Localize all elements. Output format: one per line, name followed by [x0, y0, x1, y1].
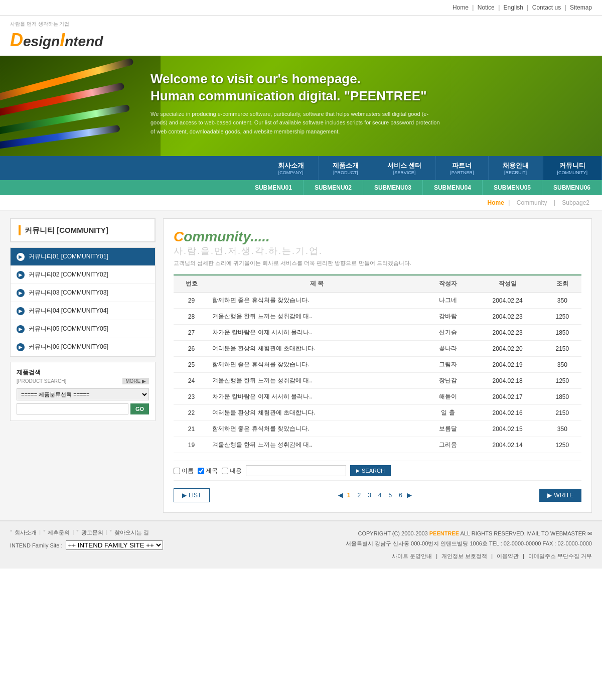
footer-site-info[interactable]: 사이트 운영안내	[392, 551, 432, 562]
subnav-2[interactable]: SUBMENU02	[304, 180, 363, 195]
page-6[interactable]: 6	[396, 491, 405, 500]
page-4[interactable]: 4	[376, 491, 384, 500]
banner-pencils-image	[0, 56, 161, 156]
footer: * 회사소개 | * 제휴문의 | * 광고문의 | * 찾아오시는 길 INT…	[0, 520, 602, 569]
search-name-checkbox[interactable]	[174, 468, 180, 474]
nav-service[interactable]: 서비스 센터 [SERVICE]	[373, 156, 436, 180]
cell-number: 25	[174, 357, 209, 373]
table-row[interactable]: 26 여러분을 환상의 체험관에 초대합니다. 꽃나라 2004.02.20 2…	[174, 341, 581, 357]
cell-title[interactable]: 겨울산행을 한뒤 느끼는 성취감에 대..	[209, 373, 424, 389]
sidebar-item-community02[interactable]: ▶ 커뮤니티02 [COMMUNITY02]	[11, 266, 155, 284]
sidebar-label-3: 커뮤니티03 [COMMUNITY03]	[29, 289, 108, 297]
nav-company[interactable]: 회사소개 [COMPANY]	[264, 156, 319, 180]
table-row[interactable]: 23 차가운 칼바람은 이제 서서히 물러나.. 해돋이 2004.02.17 …	[174, 389, 581, 405]
cell-title[interactable]: 차가운 칼바람은 이제 서서히 물러나..	[209, 325, 424, 341]
cell-views: 2150	[543, 405, 581, 421]
subnav-6[interactable]: SUBMENU06	[542, 180, 602, 195]
topnav-notice[interactable]: Notice	[478, 4, 495, 11]
footer-family-select[interactable]: ++ INTEND FAMILY SITE ++	[66, 540, 163, 550]
footer-privacy[interactable]: 개인정보 보호정책	[441, 551, 487, 562]
community-tagline: 사.람.을.먼.저.생.각.하.는.기.업.	[174, 245, 581, 257]
sidebar-item-community04[interactable]: ▶ 커뮤니티04 [COMMUNITY04]	[11, 302, 155, 320]
sidebar-arrow-4: ▶	[17, 307, 25, 315]
search-text-input[interactable]	[246, 465, 346, 476]
list-button[interactable]: ▶ LIST	[174, 488, 210, 502]
community-title-row: Community.....	[174, 229, 581, 245]
product-search-input[interactable]	[17, 403, 128, 414]
nav-product[interactable]: 제품소개 [PRODUCT]	[319, 156, 373, 180]
sidebar-label-5: 커뮤니티05 [COMMUNITY05]	[29, 325, 108, 333]
subnav-3[interactable]: SUBMENU03	[363, 180, 423, 195]
table-row[interactable]: 27 차가운 칼바람은 이제 서서히 물러나.. 산기슭 2004.02.23 …	[174, 325, 581, 341]
table-row[interactable]: 21 함께하면 좋은 휴식처를 찾았습니다. 보름달 2004.02.15 35…	[174, 421, 581, 437]
nav-community[interactable]: 커뮤니티 [COMMUNITY]	[543, 156, 603, 180]
table-row[interactable]: 29 함께하면 좋은 휴식처를 찾았습니다. 나그네 2004.02.24 35…	[174, 293, 581, 309]
cell-title[interactable]: 여러분을 환상의 체험관에 초대합니다.	[209, 341, 424, 357]
cell-title[interactable]: 함께하면 좋은 휴식처를 찾았습니다.	[209, 357, 424, 373]
nav-partner[interactable]: 파트너 [PARTNER]	[436, 156, 488, 180]
cell-title[interactable]: 겨울산행을 한뒤 느끼는 성취감에 대..	[209, 437, 424, 453]
footer-link-ad[interactable]: 광고문의	[81, 529, 103, 536]
sidebar-item-community03[interactable]: ▶ 커뮤니티03 [COMMUNITY03]	[11, 284, 155, 302]
subnav-1[interactable]: SUBMENU01	[244, 180, 304, 195]
product-category-select[interactable]: ===== 제품분류선택 =====	[17, 388, 149, 400]
footer-email-refuse[interactable]: 이메일주소 무단수집 거부	[528, 551, 592, 562]
logo-name: esign	[23, 34, 60, 49]
subnav-4[interactable]: SUBMENU04	[423, 180, 483, 195]
footer-link-directions[interactable]: 찾아오시는 길	[114, 529, 149, 536]
table-row[interactable]: 19 겨울산행을 한뒤 느끼는 성취감에 대.. 그리움 2004.02.14 …	[174, 437, 581, 453]
sidebar-item-community06[interactable]: ▶ 커뮤니티06 [COMMUNITY06]	[11, 338, 155, 356]
page-1[interactable]: 1	[345, 491, 353, 500]
footer-link-partner[interactable]: 제휴문의	[48, 529, 70, 536]
topnav-sitemap[interactable]: Sitemap	[570, 4, 592, 11]
col-title: 제 목	[209, 275, 424, 293]
cell-title[interactable]: 여러분을 환상의 체험관에 초대합니다.	[209, 405, 424, 421]
search-title-checkbox[interactable]	[198, 468, 204, 474]
footer-copyright: COPYRIGHT (C) 2000-2003 PEENTREE ALL RIG…	[346, 529, 592, 539]
next-page-button[interactable]: ▶	[407, 492, 411, 499]
table-row[interactable]: 24 겨울산행을 한뒤 느끼는 성취감에 대.. 장난감 2004.02.18 …	[174, 373, 581, 389]
topnav-contact[interactable]: Contact us	[532, 4, 561, 11]
search-content-label[interactable]: 내용	[222, 467, 242, 475]
prev-page-button[interactable]: ◀	[338, 492, 343, 499]
cell-views: 1250	[543, 437, 581, 453]
subnav-5[interactable]: SUBMENU05	[483, 180, 542, 195]
main-navigation: 회사소개 [COMPANY] 제품소개 [PRODUCT] 서비스 센터 [SE…	[0, 156, 602, 180]
page-5[interactable]: 5	[386, 491, 395, 500]
page-3[interactable]: 3	[365, 491, 374, 500]
topnav-home[interactable]: Home	[453, 4, 469, 11]
product-search-go-button[interactable]: GO	[130, 403, 149, 414]
cell-title[interactable]: 차가운 칼바람은 이제 서서히 물러나..	[209, 389, 424, 405]
cell-title[interactable]: 함께하면 좋은 휴식처를 찾았습니다.	[209, 421, 424, 437]
footer-sep3: *	[76, 529, 78, 536]
search-name-label[interactable]: 이름	[174, 467, 194, 475]
cell-date: 2004.02.19	[472, 357, 543, 373]
community-page-title: Community.....	[174, 229, 270, 244]
logo[interactable]: 사람을 먼저 생각하는 기업 DesignIntend	[10, 21, 103, 51]
write-button[interactable]: ▶ WRITE	[539, 489, 581, 502]
table-row[interactable]: 25 함께하면 좋은 휴식처를 찾았습니다. 그림자 2004.02.19 35…	[174, 357, 581, 373]
breadcrumb-home[interactable]: Home	[488, 199, 504, 206]
search-title-label[interactable]: 제목	[198, 467, 218, 475]
footer-terms[interactable]: 이용약관	[497, 551, 519, 562]
table-row[interactable]: 28 겨울산행을 한뒤 느끼는 성취감에 대.. 강바람 2004.02.23 …	[174, 309, 581, 325]
footer-family-label: INTEND Family Site :	[10, 542, 63, 548]
sidebar-item-community05[interactable]: ▶ 커뮤니티05 [COMMUNITY05]	[11, 320, 155, 338]
cell-title[interactable]: 함께하면 좋은 휴식처를 찾았습니다.	[209, 293, 424, 309]
footer-link-company[interactable]: 회사소개	[15, 529, 37, 536]
page-2[interactable]: 2	[355, 491, 363, 500]
sidebar-item-community01[interactable]: ▶ 커뮤니티01 [COMMUNITY01]	[11, 248, 155, 266]
product-search-subtitle: [PRODUCT SEARCH] MORE ▶	[17, 378, 149, 384]
topnav-english[interactable]: English	[504, 4, 523, 11]
cell-title[interactable]: 겨울산행을 한뒤 느끼는 성취감에 대..	[209, 309, 424, 325]
footer-policy-links: 사이트 운영안내 | 개인정보 보호정책 | 이용약관 | 이메일주소 무단수집…	[346, 551, 592, 562]
search-button[interactable]: ▶ SEARCH	[350, 465, 391, 476]
search-content-checkbox[interactable]	[222, 468, 228, 474]
sidebar-menu: ▶ 커뮤니티01 [COMMUNITY01] ▶ 커뮤니티02 [COMMUNI…	[10, 247, 156, 357]
nav-recruit[interactable]: 채용안내 [RECRUIT]	[489, 156, 543, 180]
table-row[interactable]: 22 여러분을 환상의 체험관에 초대합니다. 일 출 2004.02.16 2…	[174, 405, 581, 421]
product-search: 제품검색 [PRODUCT SEARCH] MORE ▶ ===== 제품분류선…	[10, 362, 156, 421]
cell-date: 2004.02.17	[472, 389, 543, 405]
more-button[interactable]: MORE ▶	[122, 378, 149, 384]
pagination: ◀ 1 2 3 4 5 6 ▶	[338, 491, 411, 500]
